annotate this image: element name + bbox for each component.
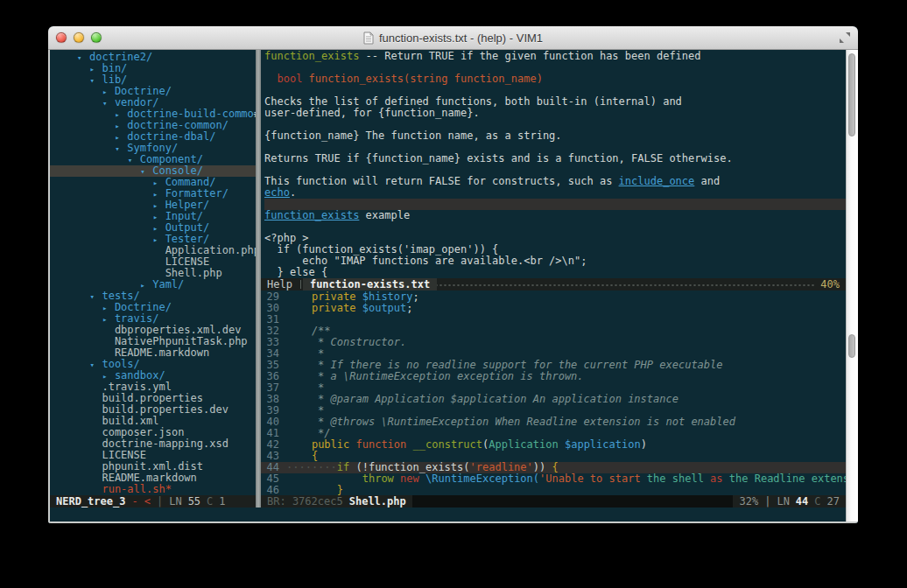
code-statusline: BR: 3762cec5 Shell.php 32% | LN 44 C 27 [261, 495, 846, 508]
tree-toggle-arrow[interactable]: ▾ [89, 75, 102, 87]
file-tree: ▾doctrine2/▸bin/▾lib/▸Doctrine/▾vendor/▸… [50, 50, 256, 495]
tree-item-label: doctrine-dbal/ [127, 130, 215, 143]
command-line[interactable] [50, 508, 846, 522]
code-segment: {function_name} The function name, as a … [264, 130, 562, 142]
tree-item-label: Application.php [165, 244, 256, 256]
titlebar[interactable]: function-exists.txt - (help) - VIM1 [48, 26, 858, 50]
code-line: 36 * a \RuntimeException exception is th… [261, 371, 846, 382]
help-file-name: function-exists.txt [303, 278, 437, 290]
tree-item[interactable]: ▸Yaml/ [50, 279, 256, 290]
fullscreen-icon[interactable] [839, 32, 851, 47]
code-segment: \RuntimeException( [425, 472, 539, 485]
help-link[interactable]: echo [264, 186, 290, 199]
minimize-button[interactable] [74, 32, 84, 43]
code-segment [286, 302, 312, 314]
line-number-indicator: 44 [796, 495, 808, 508]
tree-item[interactable]: ▾doctrine2/ [50, 52, 256, 63]
tree-item[interactable]: ▸bin/ [50, 63, 256, 74]
code-segment: -- Return TRUE if the given function has… [359, 50, 700, 62]
scroll-percent: 40% [814, 278, 846, 290]
tree-item-label: LICENSE [102, 449, 146, 461]
window-title-text: function-exists.txt - (help) - VIM1 [379, 32, 543, 45]
tree-item[interactable]: ▸Formatter/ [50, 188, 256, 200]
help-line: bool function_exists(string function_nam… [264, 74, 846, 85]
window-flag: < [144, 495, 151, 508]
code-segment: $application [565, 438, 641, 451]
tree-item-label: LICENSE [165, 256, 210, 268]
scrollbar-track[interactable] [846, 50, 858, 522]
tree-toggle-arrow[interactable]: ▾ [77, 52, 89, 64]
tree-item[interactable]: LICENSE [50, 256, 256, 268]
code-segment: as [710, 472, 722, 485]
tree-item-label: Formatter/ [165, 187, 229, 200]
help-link[interactable]: include_once [619, 175, 695, 187]
zoom-button[interactable] [91, 32, 102, 43]
code-segment: ; [413, 290, 419, 303]
tree-item[interactable]: run-all.sh* [50, 484, 256, 495]
code-segment [406, 438, 412, 451]
tree-toggle-arrow[interactable]: ▾ [102, 98, 115, 109]
tree-item[interactable]: ▸Helper/ [50, 200, 256, 211]
tree-item[interactable]: doctrine-mapping.xsd [50, 438, 256, 450]
help-pane: function_exists -- Return TRUE if the gi… [261, 50, 846, 278]
code-line: 46 } [261, 485, 846, 495]
line-number-indicator: 55 [188, 495, 200, 508]
code-segment: and [694, 175, 720, 187]
scrollbar-thumb-help[interactable] [848, 53, 855, 136]
window-title: function-exists.txt - (help) - VIM1 [48, 32, 858, 45]
code-segment: __construct [413, 438, 482, 451]
line-label: LN [777, 495, 789, 508]
tree-item[interactable]: ▸Input/ [50, 211, 256, 222]
code-segment: <?php > [264, 232, 309, 244]
tree-item[interactable]: README.markdown [50, 347, 256, 359]
tree-item[interactable]: Application.php [50, 245, 256, 256]
tree-item-label: doctrine2/ [89, 51, 152, 63]
code-segment [286, 472, 362, 485]
code-segment: { [552, 461, 558, 473]
code-segment: /** [286, 325, 331, 337]
tree-toggle-arrow[interactable]: ▾ [140, 166, 152, 178]
tree-toggle-arrow[interactable]: ▸ [140, 280, 152, 291]
tree-item-label: Input/ [165, 210, 203, 222]
code-segment [286, 438, 312, 451]
code-segment [264, 73, 277, 85]
scrollbar-thumb-code[interactable] [848, 334, 855, 358]
tree-toggle-arrow[interactable]: ▾ [89, 291, 102, 303]
code-segment: )) [533, 461, 552, 473]
close-button[interactable] [56, 32, 67, 43]
tree-item-label: bin/ [102, 62, 127, 74]
code-segment: new [400, 472, 419, 485]
code-segment: { [312, 450, 318, 462]
statusline-fill [437, 278, 814, 290]
code-segment [286, 484, 337, 495]
code-segment: * Constructor. [286, 336, 406, 348]
tree-toggle-arrow[interactable]: ▾ [89, 360, 102, 371]
code-segment: private [312, 302, 356, 314]
code-line: 40 * @throws \RuntimeException When Read… [261, 416, 846, 428]
col-label: C [814, 495, 820, 508]
help-line: function_exists -- Return TRUE if the gi… [264, 51, 846, 62]
code-segment: function [356, 438, 407, 451]
tree-toggle-arrow[interactable]: ▾ [115, 144, 127, 155]
code-line: 30 private $output; [261, 303, 846, 314]
code-segment [394, 472, 400, 485]
help-link[interactable]: function_exists [264, 209, 359, 221]
gutter-line-number: 46 [261, 485, 279, 495]
code-segment: * [286, 382, 324, 394]
tree-item[interactable]: ▸Output/ [50, 222, 256, 234]
tree-toggle-arrow[interactable]: ▾ [128, 155, 140, 166]
tree-item-label: build.properties.dev [102, 403, 229, 416]
tree-item-label: composer.json [102, 426, 184, 438]
tree-item[interactable]: ▾Console/ [50, 165, 256, 177]
code-line: 45 throw new \RuntimeException('Unable t… [261, 473, 846, 485]
code-segment: Checks the list of defined functions, bo… [264, 95, 682, 108]
col-number-indicator: 27 [827, 495, 840, 508]
code-segment: $output [362, 302, 407, 314]
tree-item-label: Shell.php [165, 267, 222, 279]
code-segment: * If there is no readline support for th… [286, 359, 723, 371]
code-segment: echo "IMAP functions are available.<br /… [264, 255, 587, 267]
code-segment: 'readline' [470, 461, 533, 473]
code-segment [286, 450, 312, 462]
code-segment: private [312, 290, 356, 303]
code-segment: Application [489, 438, 558, 451]
